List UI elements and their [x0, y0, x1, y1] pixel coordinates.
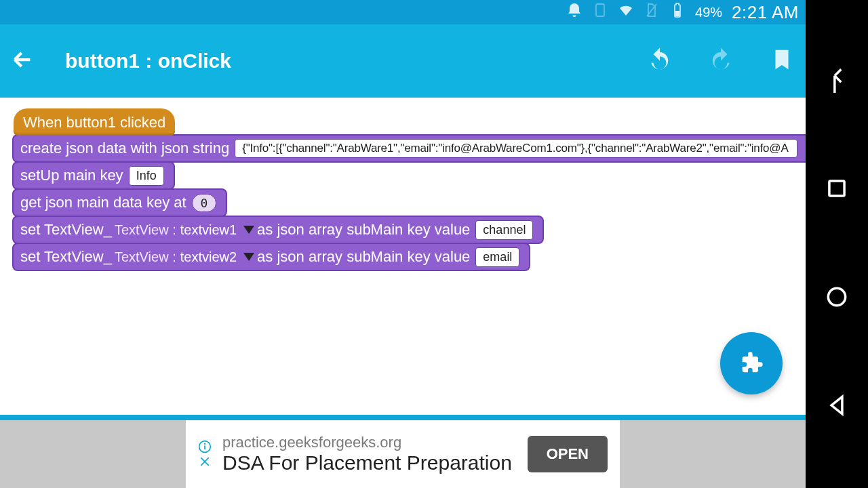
block-label: get json main data key at [20, 194, 186, 211]
system-nav-bar [806, 0, 868, 488]
create-json-block[interactable]: create json data with json string {"Info… [12, 134, 806, 163]
submain-key-slot[interactable]: email [475, 247, 519, 267]
info-icon [198, 440, 212, 453]
ad-domain: practice.geeksforgeeks.org [222, 434, 517, 451]
block-label-pre: set TextView_ [20, 221, 112, 239]
status-bar: 49% 2:21 AM [0, 0, 806, 24]
wifi-icon [618, 2, 634, 22]
textview-dropdown[interactable]: TextView : textview2 [115, 249, 254, 265]
hat-label: When button1 clicked [23, 114, 165, 131]
puzzle-icon [738, 350, 765, 377]
nav-move-icon[interactable] [824, 67, 850, 96]
divider [0, 415, 806, 420]
nav-back-button[interactable] [824, 392, 850, 421]
page-title: button1 : onClick [65, 49, 631, 73]
svg-rect-7 [829, 181, 844, 196]
index-slot[interactable]: 0 [192, 194, 217, 212]
add-block-fab[interactable] [720, 332, 783, 394]
clock: 2:21 AM [732, 2, 799, 23]
undo-button[interactable] [647, 47, 673, 75]
battery-icon [669, 2, 686, 22]
ad-title: DSA For Placement Preparation [222, 451, 517, 474]
workspace-canvas[interactable]: When button1 clicked create json data wi… [0, 98, 806, 415]
nav-recent-button[interactable] [824, 176, 850, 204]
close-icon[interactable] [198, 455, 212, 468]
vibrate-icon [592, 2, 608, 22]
block-label: setUp main key [20, 167, 123, 184]
block-label-mid: as json array subMain key value [257, 221, 470, 239]
ad-card[interactable]: practice.geeksforgeeks.org DSA For Place… [186, 420, 620, 488]
event-hat-block[interactable]: When button1 clicked [14, 108, 175, 136]
submain-key-slot[interactable]: channel [475, 220, 533, 240]
svg-rect-1 [675, 11, 679, 16]
sim-icon [644, 2, 660, 22]
bookmark-button[interactable] [769, 47, 795, 75]
svg-point-8 [828, 288, 845, 305]
nav-home-button[interactable] [824, 284, 850, 312]
chevron-down-icon [243, 226, 254, 234]
set-textview2-block[interactable]: set TextView_ TextView : textview2 as js… [12, 243, 530, 271]
ad-banner-row: practice.geeksforgeeks.org DSA For Place… [0, 420, 806, 488]
block-label: create json data with json string [20, 140, 229, 157]
alarm-icon [566, 2, 583, 22]
textview-dropdown[interactable]: TextView : textview1 [115, 222, 254, 238]
block-label-pre: set TextView_ [20, 248, 112, 266]
block-label-mid: as json array subMain key value [257, 248, 470, 266]
ad-open-button[interactable]: OPEN [528, 436, 608, 472]
mainkey-slot[interactable]: Info [129, 166, 164, 186]
chevron-down-icon [243, 253, 254, 261]
set-textview1-block[interactable]: set TextView_ TextView : textview1 as js… [12, 216, 544, 244]
redo-button[interactable] [708, 47, 734, 75]
back-button[interactable] [11, 48, 34, 74]
app-bar: button1 : onClick [0, 24, 806, 98]
battery-percent: 49% [695, 5, 722, 20]
setup-mainkey-block[interactable]: setUp main key Info [12, 161, 175, 190]
json-string-slot[interactable]: {"Info":[{"channel":"ArabWare1","email":… [235, 139, 797, 158]
get-json-key-block[interactable]: get json main data key at 0 [12, 188, 227, 217]
svg-point-4 [204, 443, 206, 445]
